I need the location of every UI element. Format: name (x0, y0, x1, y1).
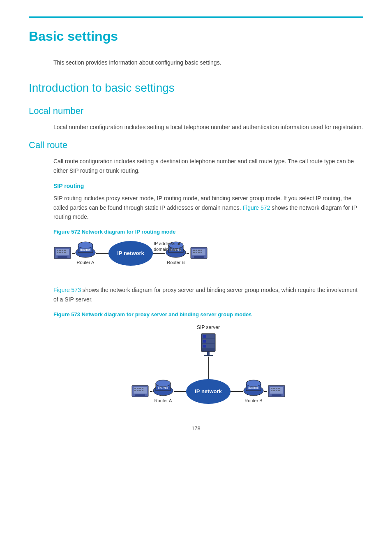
svg-rect-33 (194, 256, 204, 258)
section3-title: Call route (29, 138, 363, 152)
svg-rect-3 (59, 250, 61, 251)
svg-rect-45 (134, 388, 136, 389)
page-number: 178 (29, 424, 363, 433)
svg-rect-8 (62, 252, 63, 253)
svg-rect-68 (271, 388, 272, 389)
svg-point-13 (78, 242, 93, 248)
fig572-right-phone (190, 246, 208, 261)
fig572-network-label: IP network (117, 249, 144, 257)
fig573-router-a-label: Router A (154, 397, 172, 404)
svg-rect-53 (135, 394, 145, 396)
fig572-router-b-label: Router B (167, 259, 184, 266)
svg-rect-76 (272, 394, 281, 396)
svg-rect-26 (196, 250, 197, 251)
svg-rect-75 (278, 390, 280, 391)
page: Basic settings This section provides inf… (0, 0, 392, 533)
svg-rect-49 (134, 390, 136, 391)
figure-572-area: Figure 572 Network diagram for IP routin… (53, 228, 363, 277)
section3-body: Call route configuration includes settin… (53, 157, 363, 175)
fig572-link[interactable]: Figure 572 (242, 204, 270, 211)
svg-rect-40 (203, 345, 206, 348)
fig573-body-text: shows the network diagram for proxy serv… (53, 287, 357, 302)
router-icon-a: ROUTER (75, 241, 96, 258)
line2 (96, 253, 108, 254)
svg-rect-27 (198, 250, 200, 251)
top-border (29, 16, 363, 18)
svg-rect-74 (276, 390, 277, 391)
svg-rect-41 (207, 352, 210, 355)
fig572-router-a-label: Router A (77, 259, 95, 266)
fig573-sip-server-label: SIP server (197, 324, 220, 331)
section1-title: Introduction to basic settings (29, 79, 363, 97)
svg-point-62 (246, 380, 261, 387)
fig572-network: IP network (108, 241, 153, 266)
router-icon-fig573-a: ROUTER (152, 379, 174, 396)
svg-rect-52 (142, 390, 143, 391)
fig573-router-a: ROUTER Router A (152, 379, 174, 404)
svg-rect-2 (57, 250, 58, 251)
intro-text: This section provides information about … (53, 58, 363, 67)
fig573-diagram: SIP server (53, 324, 363, 408)
fig573-intro: Figure 573 shows the network diagram for… (53, 285, 363, 304)
router-icon-fig573-b: ROUTER (243, 379, 264, 396)
svg-rect-73 (273, 390, 275, 391)
fig572-caption: Figure 572 Network diagram for IP routin… (53, 228, 363, 236)
fig573-left-phone (131, 384, 149, 399)
svg-rect-5 (64, 250, 66, 251)
fig573-sip-server: SIP server (197, 324, 220, 357)
svg-point-56 (156, 380, 171, 387)
fig573-network: IP network (186, 379, 231, 404)
vert-line-to-network (208, 357, 209, 379)
svg-rect-32 (201, 252, 202, 253)
line-fig573-4 (264, 391, 267, 392)
svg-rect-25 (193, 250, 195, 251)
ip-address-label: IP address or domain name (154, 241, 181, 253)
svg-rect-38 (203, 335, 206, 338)
sip-server-icon (198, 333, 219, 357)
svg-rect-29 (193, 252, 195, 253)
line3: IP address or domain name (153, 253, 165, 254)
svg-rect-28 (201, 250, 202, 251)
svg-rect-72 (271, 390, 272, 391)
svg-rect-69 (273, 388, 275, 389)
fig573-router-b-label: Router B (244, 397, 262, 404)
phone-icon-left (53, 246, 71, 261)
svg-rect-4 (62, 250, 63, 251)
section2-body: Local number configuration includes sett… (53, 123, 363, 132)
fig573-caption: Figure 573 Network diagram for proxy ser… (53, 311, 363, 319)
svg-rect-6 (57, 252, 58, 253)
phone-icon-right (190, 246, 208, 261)
svg-rect-46 (137, 388, 138, 389)
svg-rect-71 (278, 388, 280, 389)
line-fig573-2 (174, 391, 186, 392)
svg-rect-70 (276, 388, 277, 389)
svg-rect-48 (142, 388, 143, 389)
sip-routing-heading: SIP routing (53, 183, 84, 189)
svg-rect-42 (204, 355, 213, 356)
fig573-network-label: IP network (195, 387, 222, 396)
svg-rect-30 (196, 252, 197, 253)
sip-routing-body1: SIP routing includes proxy server mode, … (53, 194, 363, 221)
fig573-network-wrap: IP network (186, 379, 231, 404)
svg-rect-47 (139, 388, 141, 389)
fig573-bottom-row: ROUTER Router A IP network (131, 379, 286, 404)
svg-rect-50 (137, 390, 138, 391)
fig573-link[interactable]: Figure 573 (53, 287, 81, 293)
phone-icon-fig573-left (131, 384, 149, 399)
svg-rect-9 (64, 252, 66, 253)
line4 (187, 253, 189, 254)
phone-icon-fig573-right (267, 384, 286, 399)
fig573-router-b: ROUTER Router B (243, 379, 264, 404)
svg-rect-39 (203, 340, 206, 343)
svg-rect-31 (198, 252, 200, 253)
page-title: Basic settings (29, 26, 363, 46)
fig573-right-phone (267, 384, 286, 399)
svg-rect-51 (139, 390, 141, 391)
section2-title: Local number (29, 104, 363, 118)
svg-rect-7 (59, 252, 61, 253)
fig572-router-a: ROUTER Router A (75, 241, 96, 266)
figure-573-area: Figure 573 Network diagram for proxy ser… (53, 311, 363, 408)
svg-rect-10 (58, 256, 67, 258)
fig572-left-phone (53, 246, 71, 261)
line-fig573-3 (231, 391, 243, 392)
